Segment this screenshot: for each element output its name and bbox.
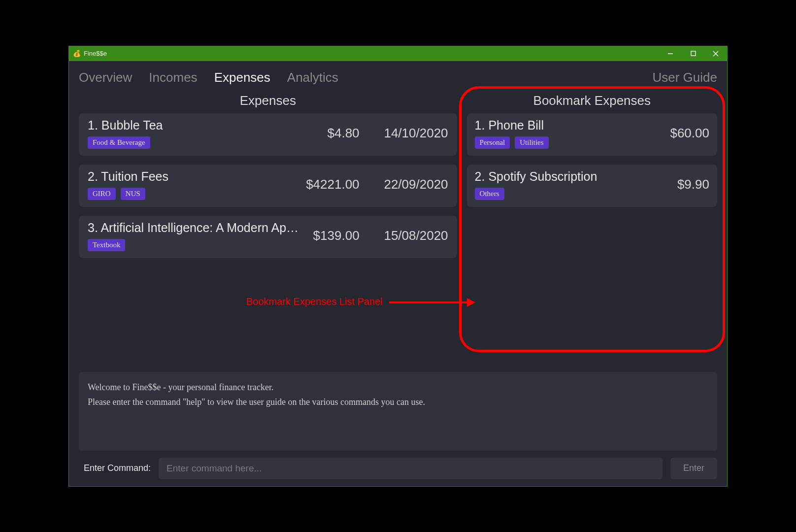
tag: Personal <box>475 136 510 149</box>
bookmark-info: 2. Spotify Subscription Others <box>475 169 655 200</box>
expense-index: 3. <box>88 221 98 234</box>
expense-info: 3. Artificial Intelligence: A Modern App… <box>88 221 300 251</box>
command-input[interactable] <box>159 458 663 479</box>
bookmark-panel-title: Bookmark Expenses <box>467 90 717 113</box>
expense-tags: Food & Beverage <box>88 136 300 149</box>
tag: Utilities <box>515 136 548 149</box>
window-title: Fine$$e <box>84 50 107 57</box>
bookmark-index: 2. <box>475 169 485 183</box>
expenses-panel-title: Expenses <box>79 90 457 113</box>
expense-name: Artificial Intelligence: A Modern App... <box>100 221 300 234</box>
minimize-button[interactable] <box>659 46 682 61</box>
app-icon: 💰 <box>73 50 81 58</box>
bookmark-row[interactable]: 2. Spotify Subscription Others $9.90 <box>467 165 717 207</box>
enter-button[interactable]: Enter <box>670 458 717 479</box>
tab-analytics[interactable]: Analytics <box>287 70 338 85</box>
annotation-label: Bookmark Expenses List Panel <box>246 296 383 307</box>
expense-tags: Textbook <box>88 239 300 251</box>
bookmark-title: 2. Spotify Subscription <box>475 169 655 184</box>
expense-title: 2. Tuition Fees <box>88 169 300 184</box>
tag: Others <box>475 188 504 200</box>
expense-amount: $139.00 <box>300 228 369 243</box>
app-content: Overview Incomes Expenses Analytics User… <box>69 61 727 486</box>
expense-title: 3. Artificial Intelligence: A Modern App… <box>88 221 300 235</box>
console-line: Welcome to Fine$$e - your personal finan… <box>88 380 708 395</box>
maximize-icon <box>691 51 696 56</box>
bookmark-panel: Bookmark Expenses 1. Phone Bill Personal… <box>462 90 717 368</box>
command-row: Enter Command: Enter <box>79 458 717 479</box>
expense-tags: GIRO NUS <box>88 188 300 200</box>
bookmark-info: 1. Phone Bill Personal Utilities <box>475 118 655 149</box>
expense-index: 2. <box>88 169 98 183</box>
bookmark-tags: Personal Utilities <box>475 136 655 149</box>
user-guide-link[interactable]: User Guide <box>653 70 718 85</box>
close-icon <box>713 51 719 57</box>
console-line: Please enter the command "help" to view … <box>88 395 708 410</box>
expense-date: 14/10/2020 <box>369 126 448 141</box>
command-label: Enter Command: <box>79 463 151 473</box>
expense-row[interactable]: 3. Artificial Intelligence: A Modern App… <box>79 216 457 258</box>
expense-amount: $4221.00 <box>300 177 369 192</box>
bookmark-name: Spotify Subscription <box>488 169 597 183</box>
maximize-button[interactable] <box>682 46 704 61</box>
expense-info: 1. Bubble Tea Food & Beverage <box>88 118 300 149</box>
window-controls <box>659 46 727 61</box>
tag: NUS <box>121 188 145 200</box>
title-bar: 💰 Fine$$e <box>69 46 727 61</box>
bookmark-name: Phone Bill <box>488 118 544 132</box>
tab-overview[interactable]: Overview <box>79 70 132 85</box>
bookmark-tags: Others <box>475 188 655 200</box>
tag: Food & Beverage <box>88 136 150 149</box>
expense-row[interactable]: 1. Bubble Tea Food & Beverage $4.80 14/1… <box>79 113 457 156</box>
tag: GIRO <box>88 188 116 200</box>
tab-bar: Overview Incomes Expenses Analytics User… <box>79 61 717 90</box>
tab-incomes[interactable]: Incomes <box>149 70 197 85</box>
bookmark-row[interactable]: 1. Phone Bill Personal Utilities $60.00 <box>467 113 717 156</box>
svg-rect-1 <box>691 51 696 56</box>
expense-date: 22/09/2020 <box>369 177 448 192</box>
bookmark-title: 1. Phone Bill <box>475 118 655 133</box>
minimize-icon <box>667 51 673 57</box>
bookmark-amount: $60.00 <box>655 126 709 141</box>
expenses-panel: Expenses 1. Bubble Tea Food & Beverage $… <box>79 90 462 368</box>
tab-expenses[interactable]: Expenses <box>214 70 270 85</box>
expense-title: 1. Bubble Tea <box>88 118 300 133</box>
expense-amount: $4.80 <box>300 126 369 141</box>
expense-row[interactable]: 2. Tuition Fees GIRO NUS $4221.00 22/09/… <box>79 165 457 207</box>
bookmark-amount: $9.90 <box>655 177 709 192</box>
expense-info: 2. Tuition Fees GIRO NUS <box>88 169 300 200</box>
app-window: 💰 Fine$$e Overview Incomes Expenses Anal… <box>68 46 728 487</box>
bookmark-index: 1. <box>475 118 485 132</box>
expense-date: 15/08/2020 <box>369 228 448 243</box>
tag: Textbook <box>88 239 125 251</box>
expense-index: 1. <box>88 118 98 132</box>
message-console: Welcome to Fine$$e - your personal finan… <box>79 372 717 451</box>
panels: Expenses 1. Bubble Tea Food & Beverage $… <box>79 90 717 368</box>
close-button[interactable] <box>704 46 727 61</box>
expense-name: Bubble Tea <box>101 118 163 132</box>
expense-name: Tuition Fees <box>101 169 168 183</box>
